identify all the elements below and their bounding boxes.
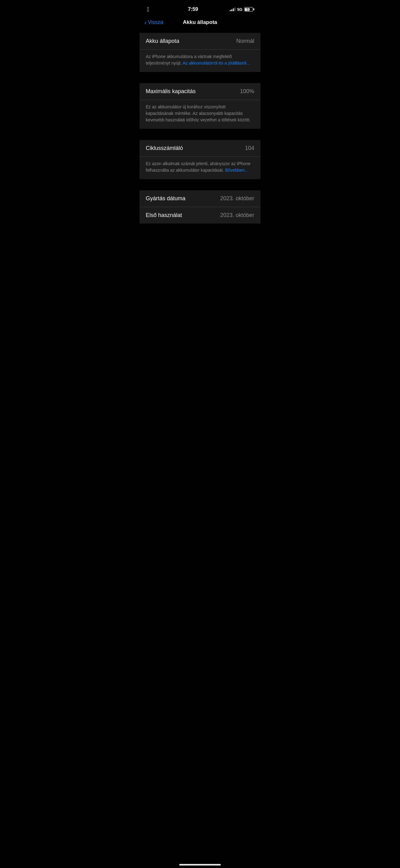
max-kapacitas-description: Ez az akkumulátor új korához viszonyítot… [139, 100, 261, 129]
nav-bar: ‹ Vissza Akku állapota [139, 17, 261, 30]
max-kapacitas-value: 100% [240, 88, 254, 95]
section-gap-2 [139, 129, 261, 140]
status-time: 7:59 [188, 6, 198, 12]
battery-icon: 61 [244, 7, 253, 11]
back-label: Vissza [148, 19, 163, 26]
section-ciklusszamlalo: Ciklusszámláló 104 Ez azon alkalmak szám… [139, 140, 261, 179]
battery-label: 61 [246, 7, 251, 11]
section-dates: Gyártás dátuma 2023. október Első haszná… [139, 190, 261, 223]
akku-allapota-description: Az iPhone akkumulátora a vártnak megfele… [139, 50, 261, 72]
max-kapacitas-row: Maximális kapacitás 100% [139, 83, 261, 100]
section-akku-allapota: Akku állapota Normál Az iPhone akkumulát… [139, 33, 261, 72]
section-gap-3 [139, 179, 261, 190]
signal-bar-3 [233, 8, 234, 11]
ciklusszamlalo-desc-text: Ez azon alkalmak számát jelenti, ahánysz… [146, 160, 254, 174]
akku-allapota-value: Normál [236, 38, 254, 44]
signal-bars [230, 7, 235, 11]
signal-bar-2 [231, 9, 232, 11]
max-kapacitas-desc-text: Ez az akkumulátor új korához viszonyítot… [146, 104, 254, 123]
status-bar:  7:59 5G 61 [139, 0, 261, 17]
akku-allapota-label: Akku állapota [146, 38, 179, 44]
max-kapacitas-label: Maximális kapacitás [146, 88, 196, 95]
ciklusszamlalo-row: Ciklusszámláló 104 [139, 140, 261, 156]
apple-icon:  [147, 6, 149, 13]
network-label: 5G [237, 7, 242, 12]
signal-bar-1 [230, 10, 231, 11]
signal-bar-4 [234, 7, 235, 11]
content: Akku állapota Normál Az iPhone akkumulát… [139, 30, 261, 223]
elso-hasznalat-row: Első használat 2023. október [139, 207, 261, 223]
ciklusszamlalo-value: 104 [245, 145, 254, 152]
akku-allapota-desc-text: Az iPhone akkumulátora a vártnak megfele… [146, 53, 254, 66]
gyartas-datuma-row: Gyártás dátuma 2023. október [139, 190, 261, 207]
back-button[interactable]: ‹ Vissza [144, 19, 163, 26]
ciklusszamlalo-label: Ciklusszámláló [146, 145, 183, 152]
gyartas-datuma-label: Gyártás dátuma [146, 195, 186, 202]
status-icons: 5G 61 [230, 7, 253, 12]
back-chevron-icon: ‹ [144, 19, 147, 26]
ciklusszamlalo-link[interactable]: Bővebben… [225, 168, 249, 173]
page-title: Akku állapota [183, 19, 218, 26]
gyartas-datuma-value: 2023. október [220, 195, 254, 202]
akku-allapota-row: Akku állapota Normál [139, 33, 261, 49]
elso-hasznalat-label: Első használat [146, 212, 182, 219]
ciklusszamlalo-description: Ez azon alkalmak számát jelenti, ahánysz… [139, 157, 261, 179]
akku-link[interactable]: Az akkumulátorról és a jótállásról… [182, 61, 251, 65]
battery-container: 61 [244, 7, 253, 11]
elso-hasznalat-value: 2023. október [220, 212, 254, 219]
section-max-kapacitas: Maximális kapacitás 100% Ez az akkumulát… [139, 83, 261, 129]
section-gap-1 [139, 72, 261, 83]
